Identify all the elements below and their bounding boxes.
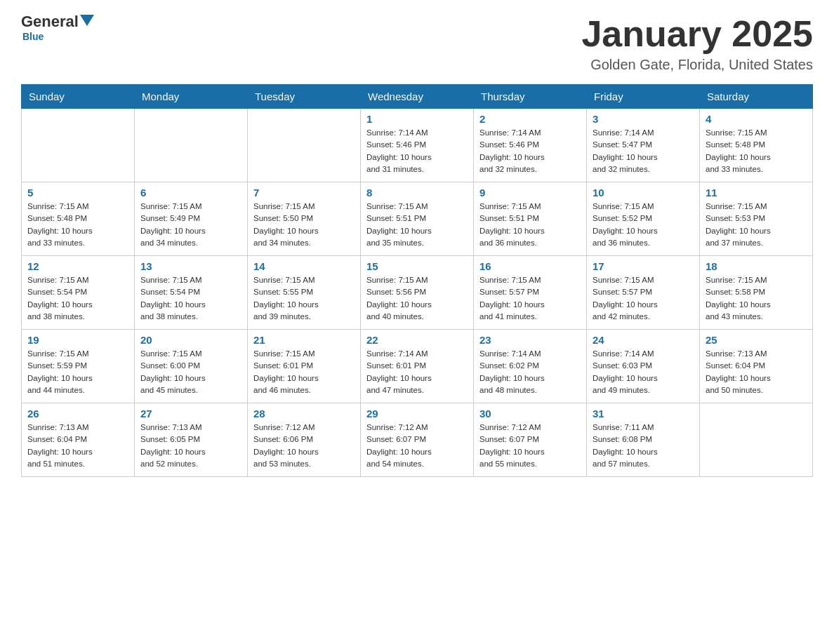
day-number: 27 xyxy=(140,408,241,420)
calendar-cell: 19Sunrise: 7:15 AMSunset: 5:59 PMDayligh… xyxy=(22,330,135,403)
calendar-cell: 26Sunrise: 7:13 AMSunset: 6:04 PMDayligh… xyxy=(22,403,135,477)
day-number: 21 xyxy=(253,334,355,346)
day-info: Sunrise: 7:15 AMSunset: 5:57 PMDaylight:… xyxy=(593,274,694,323)
calendar-week-row: 12Sunrise: 7:15 AMSunset: 5:54 PMDayligh… xyxy=(22,256,813,330)
day-number: 8 xyxy=(366,187,468,199)
day-number: 22 xyxy=(366,334,468,346)
day-info: Sunrise: 7:13 AMSunset: 6:04 PMDaylight:… xyxy=(706,348,807,396)
column-header-monday: Monday xyxy=(135,85,248,109)
calendar-cell: 18Sunrise: 7:15 AMSunset: 5:58 PMDayligh… xyxy=(700,256,813,330)
calendar-cell: 12Sunrise: 7:15 AMSunset: 5:54 PMDayligh… xyxy=(22,256,135,330)
day-number: 29 xyxy=(366,408,468,420)
calendar-cell: 27Sunrise: 7:13 AMSunset: 6:05 PMDayligh… xyxy=(135,403,248,477)
calendar-cell xyxy=(248,109,361,182)
day-info: Sunrise: 7:15 AMSunset: 5:54 PMDaylight:… xyxy=(140,274,241,323)
day-info: Sunrise: 7:14 AMSunset: 5:46 PMDaylight:… xyxy=(479,127,581,175)
day-info: Sunrise: 7:12 AMSunset: 6:06 PMDaylight:… xyxy=(253,422,355,470)
calendar-week-row: 26Sunrise: 7:13 AMSunset: 6:04 PMDayligh… xyxy=(22,403,813,477)
calendar-cell xyxy=(135,109,248,182)
day-info: Sunrise: 7:14 AMSunset: 6:01 PMDaylight:… xyxy=(366,348,468,396)
day-number: 11 xyxy=(706,187,807,199)
day-number: 26 xyxy=(27,408,128,420)
column-header-friday: Friday xyxy=(587,85,700,109)
day-number: 31 xyxy=(593,408,694,420)
calendar-cell: 17Sunrise: 7:15 AMSunset: 5:57 PMDayligh… xyxy=(587,256,700,330)
location-title: Golden Gate, Florida, United States xyxy=(581,57,813,73)
day-info: Sunrise: 7:15 AMSunset: 5:55 PMDaylight:… xyxy=(253,274,355,323)
day-number: 6 xyxy=(140,187,241,199)
calendar-cell: 11Sunrise: 7:15 AMSunset: 5:53 PMDayligh… xyxy=(700,182,813,256)
calendar-cell: 21Sunrise: 7:15 AMSunset: 6:01 PMDayligh… xyxy=(248,330,361,403)
day-info: Sunrise: 7:15 AMSunset: 5:50 PMDaylight:… xyxy=(253,201,355,249)
day-number: 10 xyxy=(593,187,694,199)
day-info: Sunrise: 7:13 AMSunset: 6:05 PMDaylight:… xyxy=(140,422,241,470)
day-number: 16 xyxy=(479,260,581,272)
day-info: Sunrise: 7:15 AMSunset: 5:52 PMDaylight:… xyxy=(593,201,694,249)
calendar-cell: 9Sunrise: 7:15 AMSunset: 5:51 PMDaylight… xyxy=(474,182,587,256)
day-number: 3 xyxy=(593,113,694,125)
day-info: Sunrise: 7:13 AMSunset: 6:04 PMDaylight:… xyxy=(27,422,128,470)
calendar-cell: 10Sunrise: 7:15 AMSunset: 5:52 PMDayligh… xyxy=(587,182,700,256)
day-info: Sunrise: 7:12 AMSunset: 6:07 PMDaylight:… xyxy=(479,422,581,470)
calendar-cell xyxy=(22,109,135,182)
day-info: Sunrise: 7:14 AMSunset: 6:03 PMDaylight:… xyxy=(593,348,694,396)
day-number: 13 xyxy=(140,260,241,272)
column-header-sunday: Sunday xyxy=(22,85,135,109)
calendar-cell: 28Sunrise: 7:12 AMSunset: 6:06 PMDayligh… xyxy=(248,403,361,477)
day-number: 12 xyxy=(27,260,128,272)
day-number: 28 xyxy=(253,408,355,420)
day-number: 7 xyxy=(253,187,355,199)
day-info: Sunrise: 7:15 AMSunset: 5:48 PMDaylight:… xyxy=(27,201,128,249)
day-info: Sunrise: 7:15 AMSunset: 5:48 PMDaylight:… xyxy=(706,127,807,175)
day-info: Sunrise: 7:15 AMSunset: 5:57 PMDaylight:… xyxy=(479,274,581,323)
calendar-cell: 24Sunrise: 7:14 AMSunset: 6:03 PMDayligh… xyxy=(587,330,700,403)
day-number: 15 xyxy=(366,260,468,272)
day-number: 14 xyxy=(253,260,355,272)
column-header-thursday: Thursday xyxy=(474,85,587,109)
calendar-cell: 13Sunrise: 7:15 AMSunset: 5:54 PMDayligh… xyxy=(135,256,248,330)
month-title: January 2025 xyxy=(581,14,813,54)
logo: General Blue xyxy=(21,14,94,42)
day-info: Sunrise: 7:14 AMSunset: 6:02 PMDaylight:… xyxy=(479,348,581,396)
day-info: Sunrise: 7:11 AMSunset: 6:08 PMDaylight:… xyxy=(593,422,694,470)
calendar-cell: 15Sunrise: 7:15 AMSunset: 5:56 PMDayligh… xyxy=(361,256,474,330)
day-number: 30 xyxy=(479,408,581,420)
day-info: Sunrise: 7:12 AMSunset: 6:07 PMDaylight:… xyxy=(366,422,468,470)
day-number: 18 xyxy=(706,260,807,272)
calendar-cell xyxy=(700,403,813,477)
calendar-cell: 29Sunrise: 7:12 AMSunset: 6:07 PMDayligh… xyxy=(361,403,474,477)
day-number: 4 xyxy=(706,113,807,125)
day-info: Sunrise: 7:14 AMSunset: 5:46 PMDaylight:… xyxy=(366,127,468,175)
calendar-cell: 20Sunrise: 7:15 AMSunset: 6:00 PMDayligh… xyxy=(135,330,248,403)
calendar-cell: 1Sunrise: 7:14 AMSunset: 5:46 PMDaylight… xyxy=(361,109,474,182)
calendar-cell: 4Sunrise: 7:15 AMSunset: 5:48 PMDaylight… xyxy=(700,109,813,182)
calendar-cell: 14Sunrise: 7:15 AMSunset: 5:55 PMDayligh… xyxy=(248,256,361,330)
day-info: Sunrise: 7:15 AMSunset: 5:53 PMDaylight:… xyxy=(706,201,807,249)
calendar-week-row: 5Sunrise: 7:15 AMSunset: 5:48 PMDaylight… xyxy=(22,182,813,256)
day-number: 25 xyxy=(706,334,807,346)
calendar-week-row: 1Sunrise: 7:14 AMSunset: 5:46 PMDaylight… xyxy=(22,109,813,182)
day-number: 23 xyxy=(479,334,581,346)
day-info: Sunrise: 7:15 AMSunset: 5:49 PMDaylight:… xyxy=(140,201,241,249)
calendar-cell: 8Sunrise: 7:15 AMSunset: 5:51 PMDaylight… xyxy=(361,182,474,256)
header-row: SundayMondayTuesdayWednesdayThursdayFrid… xyxy=(22,85,813,109)
calendar-cell: 2Sunrise: 7:14 AMSunset: 5:46 PMDaylight… xyxy=(474,109,587,182)
calendar-cell: 3Sunrise: 7:14 AMSunset: 5:47 PMDaylight… xyxy=(587,109,700,182)
day-number: 19 xyxy=(27,334,128,346)
calendar-cell: 23Sunrise: 7:14 AMSunset: 6:02 PMDayligh… xyxy=(474,330,587,403)
column-header-tuesday: Tuesday xyxy=(248,85,361,109)
column-header-saturday: Saturday xyxy=(700,85,813,109)
day-info: Sunrise: 7:15 AMSunset: 6:00 PMDaylight:… xyxy=(140,348,241,396)
day-info: Sunrise: 7:15 AMSunset: 5:54 PMDaylight:… xyxy=(27,274,128,323)
calendar-cell: 6Sunrise: 7:15 AMSunset: 5:49 PMDaylight… xyxy=(135,182,248,256)
title-area: January 2025 Golden Gate, Florida, Unite… xyxy=(581,14,813,73)
day-number: 2 xyxy=(479,113,581,125)
logo-triangle-icon xyxy=(80,15,94,26)
day-info: Sunrise: 7:15 AMSunset: 5:58 PMDaylight:… xyxy=(706,274,807,323)
calendar-week-row: 19Sunrise: 7:15 AMSunset: 5:59 PMDayligh… xyxy=(22,330,813,403)
day-number: 1 xyxy=(366,113,468,125)
calendar-cell: 30Sunrise: 7:12 AMSunset: 6:07 PMDayligh… xyxy=(474,403,587,477)
column-header-wednesday: Wednesday xyxy=(361,85,474,109)
day-info: Sunrise: 7:15 AMSunset: 5:56 PMDaylight:… xyxy=(366,274,468,323)
logo-blue-text: Blue xyxy=(22,31,44,42)
